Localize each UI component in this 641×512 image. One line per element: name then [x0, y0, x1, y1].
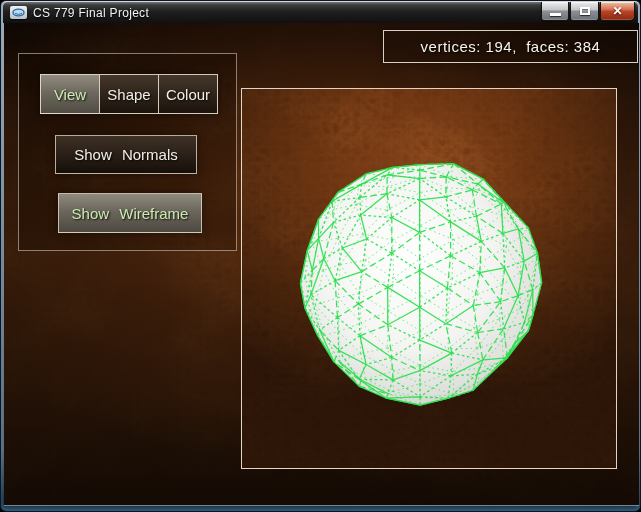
- tab-bar: View Shape Colour: [40, 74, 218, 114]
- show-wireframe-button[interactable]: Show Wireframe: [58, 193, 202, 233]
- maximize-button[interactable]: [570, 2, 599, 21]
- app-icon: [10, 6, 27, 19]
- tab-view[interactable]: View: [40, 74, 100, 114]
- close-icon: ✕: [612, 5, 622, 17]
- gl-viewport[interactable]: [241, 88, 617, 469]
- minimize-icon: [550, 13, 561, 16]
- tab-colour[interactable]: Colour: [158, 74, 218, 114]
- control-panel: View Shape Colour Show Normals Show Wire…: [18, 53, 237, 251]
- stats-box: vertices: 194, faces: 384: [383, 30, 638, 63]
- minimize-button[interactable]: [541, 2, 569, 21]
- client-area: vertices: 194, faces: 384 View Shape Col…: [4, 23, 639, 505]
- close-button[interactable]: ✕: [600, 2, 635, 21]
- tab-shape[interactable]: Shape: [99, 74, 159, 114]
- maximize-icon: [580, 7, 590, 15]
- stats-text: vertices: 194, faces: 384: [421, 38, 601, 55]
- wireframe-mesh: [242, 89, 617, 469]
- show-normals-button[interactable]: Show Normals: [55, 135, 197, 174]
- app-window: CS 779 Final Project ✕ vertice: [0, 0, 641, 512]
- window-title: CS 779 Final Project: [33, 6, 149, 20]
